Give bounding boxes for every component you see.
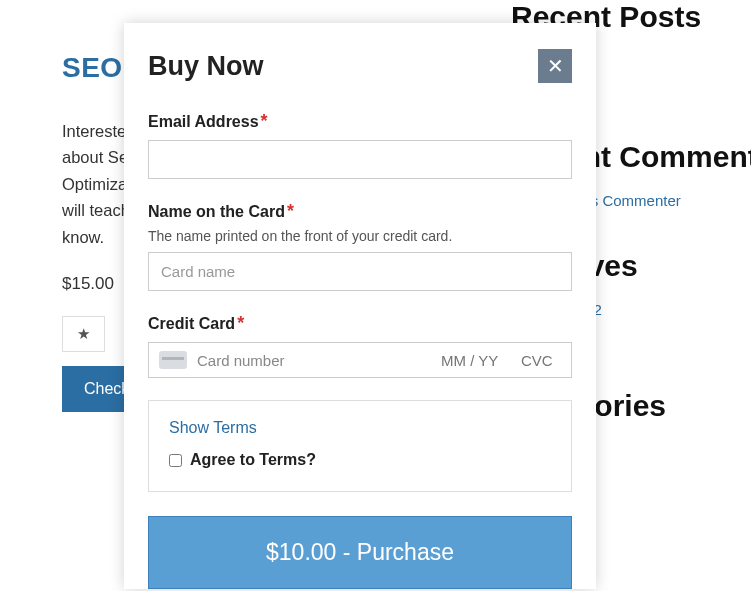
close-icon: ✕ <box>547 54 564 78</box>
cc-label: Credit Card <box>148 315 235 333</box>
agree-checkbox[interactable] <box>169 454 182 467</box>
name-label: Name on the Card <box>148 203 285 221</box>
show-terms-link[interactable]: Show Terms <box>169 419 551 437</box>
required-asterisk: * <box>261 111 268 131</box>
cc-input-row <box>148 342 572 378</box>
card-number-input[interactable] <box>197 352 431 369</box>
email-field-group: Email Address* <box>148 111 572 179</box>
name-hint: The name printed on the front of your cr… <box>148 228 572 244</box>
card-expiry-input[interactable] <box>441 352 511 369</box>
email-input[interactable] <box>148 140 572 179</box>
required-asterisk: * <box>237 313 244 333</box>
credit-card-icon <box>159 351 187 369</box>
cc-field-group: Credit Card* <box>148 313 572 378</box>
buy-now-modal: Buy Now ✕ Email Address* Name on the Car… <box>124 23 596 589</box>
email-label: Email Address <box>148 113 259 131</box>
cardname-input[interactable] <box>148 252 572 291</box>
agree-label: Agree to Terms? <box>190 451 316 469</box>
purchase-button[interactable]: $10.00 - Purchase <box>148 516 572 589</box>
close-button[interactable]: ✕ <box>538 49 572 83</box>
terms-box: Show Terms Agree to Terms? <box>148 400 572 492</box>
modal-title: Buy Now <box>148 51 264 82</box>
name-field-group: Name on the Card* The name printed on th… <box>148 201 572 291</box>
required-asterisk: * <box>287 201 294 221</box>
modal-overlay: Buy Now ✕ Email Address* Name on the Car… <box>0 0 751 591</box>
card-cvc-input[interactable] <box>521 352 561 369</box>
